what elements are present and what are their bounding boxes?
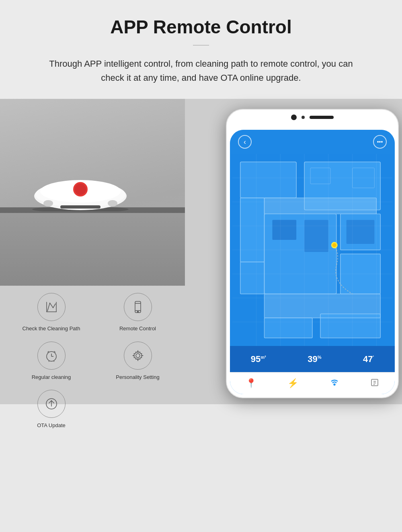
features-section: Check the Cleaning Path Remote Control <box>0 286 185 404</box>
svg-point-26 <box>136 354 140 358</box>
svg-point-7 <box>43 200 53 207</box>
stat-battery: 39% <box>308 354 321 364</box>
feature-regular-cleaning: Regular cleaning <box>19 342 84 381</box>
back-button[interactable]: ‹ <box>238 135 252 149</box>
remote-control-icon-circle <box>124 293 152 321</box>
phone-screen: ‹ ••• <box>230 130 395 394</box>
map-area <box>230 154 395 346</box>
feature-row-3: OTA Update <box>8 390 181 429</box>
battery-value: 39% <box>308 354 321 364</box>
stat-time: 47' <box>363 354 374 364</box>
svg-rect-56 <box>347 220 375 244</box>
svg-rect-55 <box>304 220 328 252</box>
stats-bar: 95m² 39% 47' <box>230 346 395 372</box>
table-surface <box>0 211 185 292</box>
feature-remote-control: Remote Control <box>106 293 170 332</box>
page-wrapper: APP Remote Control Through APP intellige… <box>0 0 402 404</box>
feature-ota: OTA Update <box>19 390 84 429</box>
speaker-bar <box>310 116 334 119</box>
svg-point-72 <box>334 384 335 385</box>
feature-check-path: Check the Cleaning Path <box>19 293 84 332</box>
svg-point-8 <box>108 200 117 207</box>
phone-icon <box>131 300 145 314</box>
personality-label: Personality Setting <box>116 374 159 381</box>
robot-vacuum-svg <box>24 167 137 211</box>
svg-point-18 <box>137 311 138 313</box>
phone-notch <box>291 115 334 120</box>
svg-point-58 <box>332 243 336 247</box>
feature-row-2: Regular cleaning Personality Setting <box>8 342 181 381</box>
menu-button[interactable]: ••• <box>373 135 387 149</box>
nav-power-icon[interactable]: ⚡ <box>287 378 298 389</box>
page-title: APP Remote Control <box>32 16 370 38</box>
svg-rect-6 <box>60 205 100 209</box>
feature-personality: Personality Setting <box>106 342 170 381</box>
phone-mockup: ‹ ••• <box>226 109 395 398</box>
stat-area: 95m² <box>251 354 266 364</box>
header-section: APP Remote Control Through APP intellige… <box>0 0 402 99</box>
svg-line-9 <box>47 303 50 311</box>
ota-label: OTA Update <box>37 422 66 429</box>
svg-line-25 <box>53 361 54 362</box>
app-header: ‹ ••• <box>230 130 395 154</box>
map-path-icon <box>44 300 59 314</box>
svg-rect-39 <box>265 318 313 338</box>
feature-row-1: Check the Cleaning Path Remote Control <box>8 293 181 332</box>
svg-line-24 <box>49 361 49 362</box>
svg-line-11 <box>53 304 55 308</box>
bottom-nav: 📍 ⚡ <box>230 372 395 394</box>
phone-outer: ‹ ••• <box>226 109 399 398</box>
nav-wifi-icon[interactable] <box>330 377 339 389</box>
regular-cleaning-icon-circle <box>37 342 66 370</box>
svg-line-10 <box>50 303 53 308</box>
robot-area <box>0 99 185 292</box>
svg-rect-40 <box>320 314 380 338</box>
divider <box>193 45 209 45</box>
nav-location-icon[interactable]: 📍 <box>246 378 256 389</box>
subtitle-text: Through APP intelligent control, from cl… <box>44 57 358 85</box>
check-path-icon-circle <box>37 293 66 321</box>
check-path-label: Check the Cleaning Path <box>23 325 80 332</box>
alarm-clock-icon <box>44 348 59 363</box>
empty-slot <box>106 390 170 429</box>
svg-rect-32 <box>265 198 377 214</box>
svg-rect-31 <box>240 162 296 198</box>
svg-point-5 <box>75 184 86 195</box>
nav-edit-icon[interactable] <box>370 378 379 389</box>
camera-dot <box>291 115 297 120</box>
time-value: 47' <box>363 354 374 364</box>
floor-plan-svg <box>230 154 395 346</box>
regular-cleaning-label: Regular cleaning <box>32 374 71 381</box>
svg-rect-33 <box>240 198 265 262</box>
svg-rect-37 <box>240 262 265 294</box>
gear-icon <box>131 348 145 363</box>
area-value: 95m² <box>251 354 266 364</box>
personality-icon-circle <box>124 342 152 370</box>
upload-arrow-icon <box>44 397 59 411</box>
svg-rect-54 <box>272 220 296 240</box>
visual-section: Check the Cleaning Path Remote Control <box>0 99 402 404</box>
sensor-dot <box>302 116 305 119</box>
ota-icon-circle <box>37 390 66 418</box>
remote-control-label: Remote Control <box>119 325 156 332</box>
